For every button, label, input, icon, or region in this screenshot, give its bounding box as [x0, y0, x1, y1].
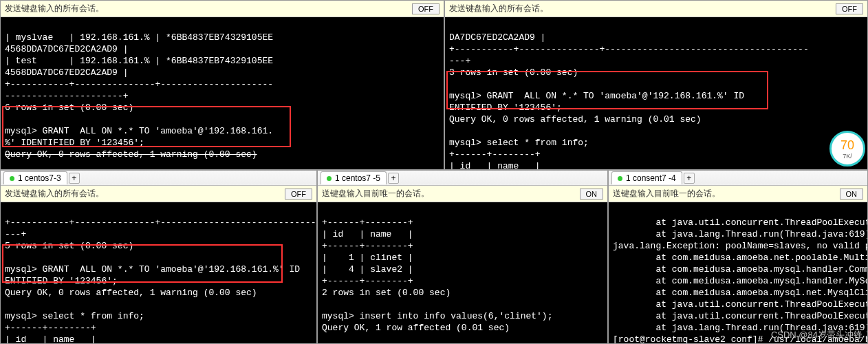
status-dot-icon [618, 176, 622, 181]
term-line: 4568DDA7DC67ED2CA2AD9 | [5, 44, 128, 54]
term-line: Query OK, 1 row affected (0.01 sec) [322, 323, 510, 333]
gauge-sub: 7K/ [843, 153, 852, 160]
term-line: mysql> insert into info values(6,'clinet… [322, 311, 552, 321]
term-line: | id | name | [322, 229, 413, 239]
status-dot-icon [10, 176, 14, 181]
infobar-top-left: 发送键盘输入的所有会话。 OFF [1, 1, 444, 17]
term-line: %' IDENTIFIED BY '123456'; [5, 138, 144, 148]
gauge-value: 70 [840, 138, 854, 153]
term-line: at com.meidusa.amoeba.mysql.net.MysqlCli… [613, 288, 867, 298]
term-line: | myslvae | 192.168.161.% | *6BB4837EB74… [5, 32, 273, 43]
infobar-bottom-right: 送键盘输入目前唯一的会话。 ON [609, 186, 867, 202]
term-line: | 4 | slave2 | [322, 264, 413, 275]
term-line: mysql> select * from info; [5, 311, 144, 321]
toggle-button[interactable]: OFF [836, 3, 863, 14]
term-line: +------+--------+ [322, 217, 413, 228]
tab-label: 1 consent7 -4 [626, 173, 676, 183]
term-line: 2 rows in set (0.00 sec) [322, 288, 451, 298]
pane-top-right: 发送键盘输入的所有会话。 OFF DA7DC67ED2CA2AD9 | +---… [444, 0, 868, 170]
term-line: +------+--------+ [5, 323, 96, 333]
add-tab-button[interactable]: + [684, 173, 695, 184]
tab-label: 1 centos7 -5 [335, 173, 380, 183]
infobar-top-right: 发送键盘输入的所有会话。 OFF [445, 1, 867, 17]
term-line: at java.lang.Thread.run(Thread.java:619) [613, 229, 867, 239]
term-line: java.lang.Exception: poolName=slaves, no… [613, 241, 867, 251]
tab-consent7-4[interactable]: 1 consent7 -4 [611, 171, 682, 184]
toggle-button[interactable]: OFF [285, 189, 312, 200]
term-line: mysql> GRANT ALL ON *.* TO 'amoeba'@'192… [5, 126, 273, 136]
toggle-button[interactable]: ON [840, 189, 864, 200]
tabbar: 1 centos7 -5 + [318, 171, 607, 186]
tabbar: 1 consent7 -4 + [609, 171, 867, 186]
terminal-top-left[interactable]: | myslvae | 192.168.161.% | *6BB4837EB74… [1, 17, 444, 169]
pane-bottom-left: 1 centos7-3 + 发送键盘输入的所有会话。 OFF +--------… [0, 170, 317, 344]
term-line: 4568DDA7DC67ED2CA2AD9 | [5, 67, 128, 78]
infobar-bottom-left: 发送键盘输入的所有会话。 OFF [1, 186, 316, 202]
term-line: at java.util.concurrent.ThreadPoolExecut… [613, 299, 867, 310]
tab-centos7-3[interactable]: 1 centos7-3 [3, 171, 67, 184]
term-line: at java.util.concurrent.ThreadPoolExecut… [613, 311, 867, 321]
term-line: Query OK, 0 rows affected, 1 warning (0.… [5, 149, 257, 160]
tab-label: 1 centos7-3 [18, 173, 61, 183]
term-line: at com.meidusa.amoeba.net.poolable.Multi… [613, 252, 867, 263]
term-line: Query OK, 0 rows affected, 1 warning (0.… [5, 288, 257, 298]
term-line: mysql> select * from info; [449, 138, 589, 148]
terminal-bottom-right[interactable]: at java.util.concurrent.ThreadPoolExecut… [609, 202, 867, 343]
term-line: at java.util.concurrent.ThreadPoolExecut… [613, 217, 867, 228]
performance-gauge-icon[interactable]: 70 7K/ [829, 131, 865, 166]
infobar-bottom-mid: 送键盘输入目前唯一的会话。 ON [318, 186, 607, 202]
tab-centos7-5[interactable]: 1 centos7 -5 [321, 171, 387, 184]
tabbar: 1 centos7-3 + [1, 171, 316, 186]
term-line: +------+--------+ [322, 276, 413, 286]
term-line: at com.meidusa.amoeba.mysql.handler.MySq… [613, 276, 867, 286]
term-line: | test | 192.168.161.% | *6BB4837EB74329… [5, 56, 273, 66]
add-tab-button[interactable]: + [69, 173, 80, 184]
terminal-bottom-left[interactable]: +-----------+---------------+-----------… [1, 202, 316, 343]
term-line: | id | name | [5, 334, 96, 343]
infobar-text: 发送键盘输入的所有会话。 [449, 3, 548, 14]
toggle-button[interactable]: OFF [412, 3, 440, 14]
status-dot-icon [327, 176, 332, 181]
term-line: ---+ [449, 56, 470, 66]
term-line: at com.meidusa.amoeba.mysql.handler.Comm… [613, 264, 867, 275]
term-line: ----------------------+ [5, 91, 128, 101]
terminal-top-right[interactable]: DA7DC67ED2CA2AD9 | +-----------+--------… [445, 17, 867, 169]
term-line: Query OK, 0 rows affected, 1 warning (0.… [449, 114, 702, 125]
pane-top-left: 发送键盘输入的所有会话。 OFF | myslvae | 192.168.161… [0, 0, 444, 170]
term-line: 3 rows in set (0.00 sec) [449, 67, 578, 78]
terminal-bottom-mid[interactable]: +------+--------+ | id | name | +------+… [318, 202, 607, 343]
term-line: +-----------+---------------+-----------… [5, 217, 316, 228]
term-line: +-----------+---------------+-----------… [449, 44, 809, 54]
pane-bottom-mid: 1 centos7 -5 + 送键盘输入目前唯一的会话。 ON +------+… [317, 170, 608, 344]
term-line: mysql> GRANT ALL ON *.* TO 'amoeba'@'192… [449, 91, 744, 101]
term-line: ENTIFIED BY '123456'; [5, 276, 118, 286]
infobar-text: 送键盘输入目前唯一的会话。 [613, 188, 720, 200]
watermark: CSDN @84岁带头冲锋 [771, 329, 862, 341]
term-line: ENTIFIED BY '123456'; [449, 103, 562, 113]
add-tab-button[interactable]: + [388, 173, 399, 184]
term-line: DA7DC67ED2CA2AD9 | [449, 32, 545, 43]
term-line: ---+ [5, 229, 26, 239]
term-line: | id | name | [449, 161, 541, 169]
pane-bottom-right: 1 consent7 -4 + 送键盘输入目前唯一的会话。 ON at java… [608, 170, 868, 344]
infobar-text: 发送键盘输入的所有会话。 [5, 188, 104, 200]
term-line: +-----------+---------------+-----------… [5, 79, 273, 89]
term-line: +------+--------+ [322, 241, 413, 251]
term-line: | 1 | clinet | [322, 252, 413, 263]
infobar-text: 送键盘输入目前唯一的会话。 [322, 188, 429, 200]
term-line: +------+--------+ [449, 149, 541, 160]
term-line: 5 rows in set (0.00 sec) [5, 241, 133, 251]
term-line: mysql> GRANT ALL ON *.* TO 'amoeba'@'192… [5, 264, 300, 275]
term-line: 6 rows in set (0.00 sec) [5, 103, 133, 113]
infobar-text: 发送键盘输入的所有会话。 [5, 3, 104, 14]
toggle-button[interactable]: ON [580, 189, 604, 200]
